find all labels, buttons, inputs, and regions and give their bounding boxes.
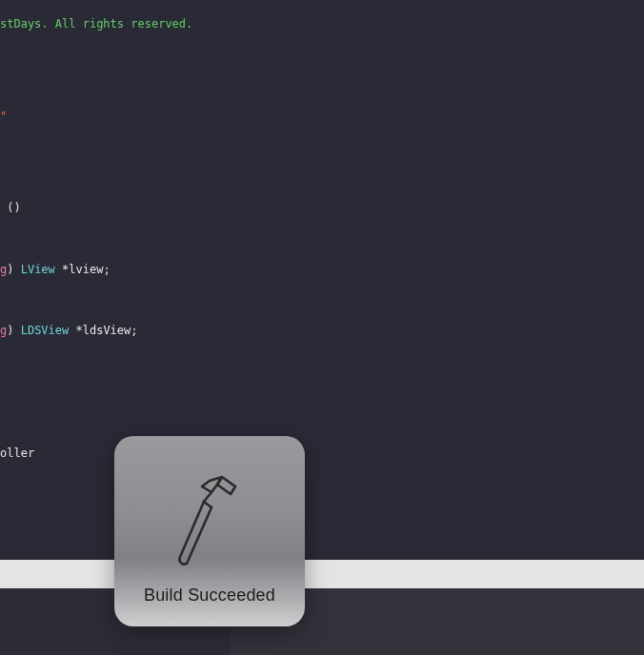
code-content[interactable]: stDays. All rights reserved. " () g) LVi… (0, 0, 644, 560)
code-var: *ldsView; (69, 324, 137, 337)
build-toast-label: Build Succeeded (144, 582, 275, 609)
code-type: LDSView (21, 324, 70, 337)
code-comment: stDays. All rights reserved. (0, 17, 192, 30)
code-paren: ) (7, 324, 20, 337)
code-string-delim: " (0, 109, 7, 123)
code-editor[interactable]: stDays. All rights reserved. " () g) LVi… (0, 0, 644, 560)
code-type: LView (21, 263, 55, 276)
code-var: *lview; (55, 263, 111, 276)
code-text: oller (0, 447, 34, 460)
build-toast: Build Succeeded (114, 436, 305, 626)
code-paren: () (0, 201, 21, 214)
hammer-icon (162, 469, 257, 574)
editor-bottom-bar (0, 560, 644, 588)
code-paren: ) (7, 263, 20, 276)
